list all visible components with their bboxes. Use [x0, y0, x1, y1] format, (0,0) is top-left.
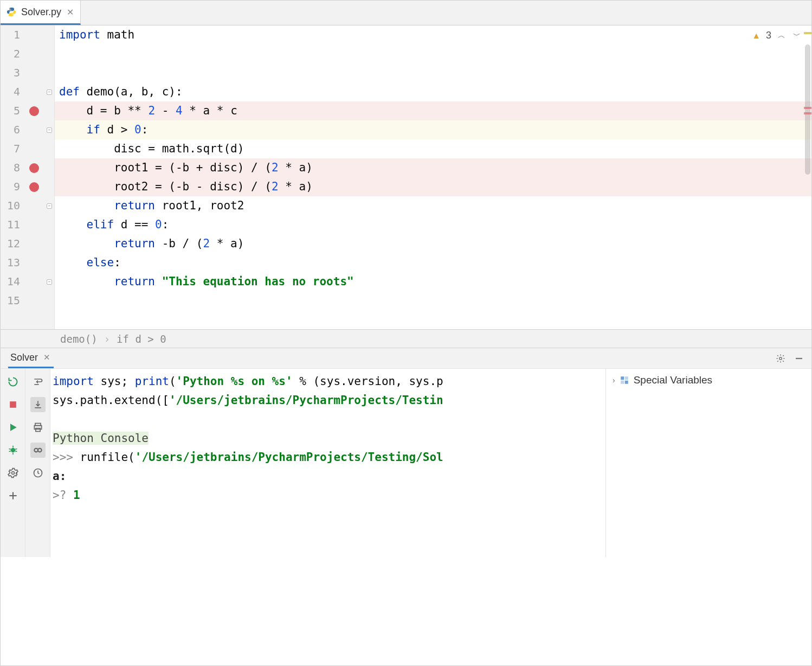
line-number[interactable]: 4: [4, 82, 20, 101]
close-tool-tab-icon[interactable]: ✕: [42, 353, 51, 362]
fold-slot[interactable]: −: [46, 82, 53, 101]
breakpoint-slot[interactable]: [28, 158, 41, 177]
fold-slot[interactable]: [46, 158, 53, 177]
scrollbar[interactable]: [804, 25, 811, 329]
scrollbar-thumb[interactable]: [805, 44, 810, 175]
fold-slot[interactable]: −: [46, 120, 53, 139]
breakpoint-icon[interactable]: [29, 182, 39, 192]
code-line[interactable]: else:: [55, 253, 811, 272]
breakpoint-slot[interactable]: [28, 120, 41, 139]
add-icon[interactable]: [5, 488, 21, 503]
fold-slot[interactable]: [46, 215, 53, 234]
next-highlight-icon[interactable]: ﹀: [792, 31, 802, 41]
history-icon[interactable]: [30, 465, 46, 481]
breakpoint-slot[interactable]: [28, 253, 41, 272]
breakpoint-slot[interactable]: [28, 25, 41, 44]
fold-slot[interactable]: [46, 44, 53, 63]
print-icon[interactable]: [30, 420, 46, 435]
debug-icon[interactable]: [5, 443, 21, 458]
line-number[interactable]: 7: [4, 139, 20, 158]
breakpoint-slot[interactable]: [28, 215, 41, 234]
fold-toggle-icon[interactable]: −: [47, 203, 52, 209]
run-icon[interactable]: [5, 420, 21, 435]
variables-pane[interactable]: › Special Variables: [605, 369, 811, 557]
console-output[interactable]: import sys; print('Python %s on %s' % (s…: [50, 369, 605, 557]
breadcrumb[interactable]: demo() › if d > 0: [1, 329, 811, 348]
fold-slot[interactable]: −: [46, 196, 53, 215]
code-line[interactable]: [55, 44, 811, 63]
code-line[interactable]: return "This equation has no roots": [55, 272, 811, 291]
breakpoint-slot[interactable]: [28, 272, 41, 291]
marker-stripe[interactable]: [804, 107, 811, 109]
prev-highlight-icon[interactable]: ︿: [777, 31, 787, 41]
fold-toggle-icon[interactable]: −: [47, 89, 52, 95]
line-number[interactable]: 10: [4, 196, 20, 215]
breakpoint-slot[interactable]: [28, 44, 41, 63]
fold-slot[interactable]: [46, 139, 53, 158]
line-number[interactable]: 13: [4, 253, 20, 272]
marker-stripe[interactable]: [804, 32, 811, 34]
close-tab-icon[interactable]: ✕: [66, 7, 75, 17]
code-line[interactable]: import math: [55, 25, 811, 44]
fold-slot[interactable]: [46, 25, 53, 44]
line-number[interactable]: 14: [4, 272, 20, 291]
code-line[interactable]: return root1, root2: [55, 196, 811, 215]
code-line[interactable]: return -b / (2 * a): [55, 234, 811, 253]
line-number[interactable]: 12: [4, 234, 20, 253]
breakpoint-slot[interactable]: [28, 139, 41, 158]
gear-icon[interactable]: [776, 354, 785, 363]
line-number[interactable]: 15: [4, 291, 20, 310]
fold-toggle-icon[interactable]: −: [47, 127, 52, 133]
code-line[interactable]: root2 = (-b - disc) / (2 * a): [55, 177, 811, 196]
marker-stripe[interactable]: [804, 112, 811, 114]
code-line[interactable]: d = b ** 2 - 4 * a * c: [55, 101, 811, 120]
minimize-icon[interactable]: [794, 354, 804, 363]
line-number[interactable]: 1: [4, 25, 20, 44]
breakpoint-slot[interactable]: [28, 196, 41, 215]
fold-slot[interactable]: [46, 234, 53, 253]
breakpoint-slot[interactable]: [28, 177, 41, 196]
scroll-to-end-icon[interactable]: [30, 397, 46, 412]
inspection-widget[interactable]: ▲ 3 ︿ ﹀: [752, 30, 802, 41]
code-line[interactable]: elif d == 0:: [55, 215, 811, 234]
line-number[interactable]: 3: [4, 63, 20, 82]
breakpoint-slot[interactable]: [28, 234, 41, 253]
settings-icon[interactable]: [5, 465, 21, 481]
line-number[interactable]: 11: [4, 215, 20, 234]
rerun-icon[interactable]: [5, 374, 21, 389]
variables-node-special[interactable]: › Special Variables: [613, 374, 805, 386]
stop-icon[interactable]: [5, 397, 21, 412]
file-tab-solver[interactable]: Solver.py ✕: [1, 1, 81, 25]
code-line[interactable]: root1 = (-b + disc) / (2 * a): [55, 158, 811, 177]
show-variables-icon[interactable]: [30, 443, 46, 458]
code-line[interactable]: [55, 63, 811, 82]
soft-wrap-icon[interactable]: [30, 374, 46, 389]
fold-slot[interactable]: [46, 63, 53, 82]
gutter[interactable]: 123456789101112131415 −−−−: [1, 25, 55, 329]
code-editor[interactable]: 123456789101112131415 −−−− ▲ 3 ︿ ﹀ impor…: [1, 25, 811, 329]
line-number[interactable]: 8: [4, 158, 20, 177]
breakpoint-slot[interactable]: [28, 291, 41, 310]
fold-toggle-icon[interactable]: −: [47, 279, 52, 285]
line-number[interactable]: 6: [4, 120, 20, 139]
breakpoint-slot[interactable]: [28, 63, 41, 82]
breakpoint-icon[interactable]: [29, 163, 39, 173]
code-line[interactable]: if d > 0:: [55, 120, 811, 139]
fold-slot[interactable]: [46, 177, 53, 196]
breakpoint-icon[interactable]: [29, 106, 39, 116]
fold-slot[interactable]: [46, 101, 53, 120]
code-line[interactable]: disc = math.sqrt(d): [55, 139, 811, 158]
breadcrumb-item[interactable]: demo(): [60, 333, 98, 345]
line-number[interactable]: 2: [4, 44, 20, 63]
fold-slot[interactable]: [46, 291, 53, 310]
line-number[interactable]: 5: [4, 101, 20, 120]
line-number[interactable]: 9: [4, 177, 20, 196]
fold-slot[interactable]: −: [46, 272, 53, 291]
breakpoint-slot[interactable]: [28, 82, 41, 101]
breadcrumb-item[interactable]: if d > 0: [117, 333, 166, 345]
code-area[interactable]: ▲ 3 ︿ ﹀ import mathdef demo(a, b, c): d …: [55, 25, 811, 329]
breakpoint-slot[interactable]: [28, 101, 41, 120]
code-line[interactable]: def demo(a, b, c):: [55, 82, 811, 101]
code-line[interactable]: [55, 291, 811, 310]
tool-window-tab-solver[interactable]: Solver ✕: [8, 348, 54, 368]
